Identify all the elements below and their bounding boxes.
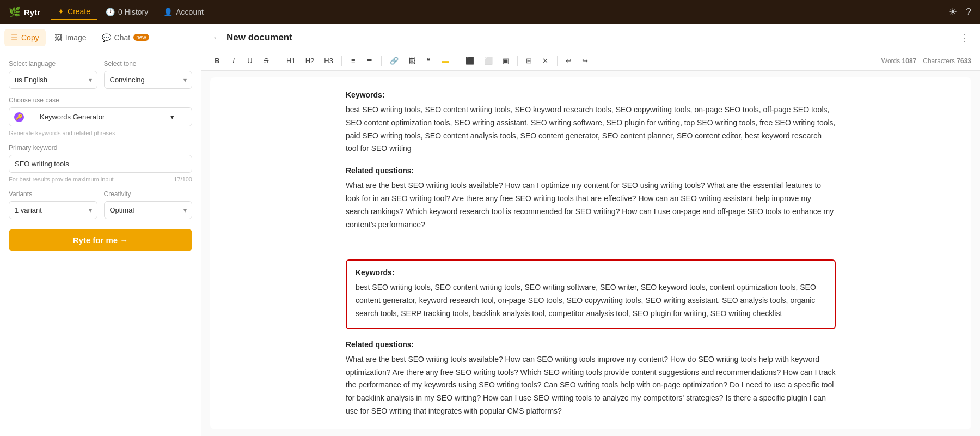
content-section-4: Related questions: What are the best SEO… [346, 340, 836, 418]
sidebar-content: Select language us English uk English Sp… [0, 51, 201, 260]
content-section-2: Related questions: What are the best SEO… [346, 166, 836, 231]
nav-item-create[interactable]: ✦ Create [51, 4, 97, 20]
use-case-label: Choose use case [9, 96, 192, 104]
language-tone-row: Select language us English uk English Sp… [9, 60, 192, 89]
variants-select[interactable]: 1 variant 2 variants 3 variants [9, 201, 97, 219]
toolbar-stats: Words 1087 Characters 7633 [881, 57, 971, 65]
help-icon[interactable]: ? [966, 7, 971, 18]
language-select-wrapper: us English uk English Spanish French ▾ [9, 71, 97, 89]
redo-button[interactable]: ↪ [578, 55, 592, 67]
primary-keyword-label: Primary keyword [9, 144, 192, 152]
align-right-button[interactable]: ▣ [499, 55, 513, 67]
keyword-meta: For best results provide maximum input 1… [9, 176, 192, 183]
nav-items: ✦ Create 🕐 0 History 👤 Account [51, 4, 948, 20]
creativity-label: Creativity [104, 190, 193, 198]
highlight-button[interactable]: ▬ [438, 55, 452, 67]
creativity-select[interactable]: Optimal Low Medium High Max [104, 201, 193, 219]
keywords-icon: 🔑 [16, 114, 22, 120]
tone-select[interactable]: Convincing Formal Casual [104, 71, 193, 89]
undo-button[interactable]: ↩ [562, 55, 576, 67]
content-section-1: Keywords: best SEO writing tools, SEO co… [346, 90, 836, 155]
chars-count: 7633 [957, 57, 971, 65]
history-icon: 🕐 [106, 8, 115, 16]
highlighted-section: Keywords: best SEO writing tools, SEO co… [346, 259, 836, 329]
h2-button[interactable]: H2 [302, 55, 318, 67]
words-count: 1087 [902, 57, 917, 65]
toolbar-separator-3 [381, 56, 382, 66]
nav-item-history[interactable]: 🕐 0 History [99, 4, 155, 20]
ryte-button[interactable]: Ryte for me → [9, 229, 192, 251]
chat-badge: new [133, 34, 149, 41]
h3-button[interactable]: H3 [320, 55, 337, 67]
section4-text: What are the best SEO writing tools avai… [346, 353, 836, 418]
toolbar-separator-5 [517, 56, 518, 66]
use-case-help: Generate keywords and related phrases [9, 130, 192, 136]
quote-button[interactable]: ❝ [421, 55, 436, 67]
create-icon: ✦ [58, 7, 64, 16]
tab-chat[interactable]: 💬 Chat new [95, 29, 156, 46]
sidebar: ☰ Copy 🖼 Image 💬 Chat new Select languag… [0, 24, 201, 436]
creativity-select-wrapper: Optimal Low Medium High Max ▾ [104, 201, 193, 219]
creativity-group: Creativity Optimal Low Medium High Max ▾ [104, 190, 193, 219]
top-navigation: 🌿 Rytr ✦ Create 🕐 0 History 👤 Account ☀ … [0, 0, 980, 24]
words-stat: Words 1087 [881, 57, 917, 65]
align-left-button[interactable]: ⬛ [462, 55, 478, 67]
primary-keyword-wrapper [9, 155, 192, 173]
clear-format-button[interactable]: ✕ [538, 55, 553, 67]
nav-item-account[interactable]: 👤 Account [157, 4, 210, 20]
numbered-list-button[interactable]: ≣ [363, 55, 377, 67]
use-case-chevron-icon: ▾ [170, 113, 174, 121]
keyword-help-text: For best results provide maximum input [9, 176, 114, 183]
bullet-list-button[interactable]: ≡ [346, 55, 360, 67]
strikethrough-button[interactable]: S [259, 55, 273, 67]
theme-icon[interactable]: ☀ [948, 6, 957, 18]
underline-button[interactable]: U [243, 55, 257, 67]
editor-toolbar: B I U S H1 H2 H3 ≡ ≣ 🔗 🖼 ❝ ▬ ⬛ ⬜ ▣ ⊞ ✕ ↩… [201, 51, 980, 71]
document-title-text: New document [226, 32, 292, 43]
toolbar-separator-2 [341, 56, 342, 66]
use-case-group: Choose use case 🔑 Keywords Generator ▾ G… [9, 96, 192, 136]
section2-label: Related questions: [346, 166, 836, 175]
image-button[interactable]: 🖼 [405, 55, 419, 67]
use-case-button[interactable]: Keywords Generator ▾ [9, 107, 192, 126]
chat-tab-icon: 💬 [102, 33, 111, 42]
section3-text: best SEO writing tools, SEO content writ… [356, 281, 826, 320]
toolbar-separator-6 [557, 56, 558, 66]
align-center-button[interactable]: ⬜ [480, 55, 497, 67]
editor-content[interactable]: Keywords: best SEO writing tools, SEO co… [210, 77, 971, 429]
variants-select-wrapper: 1 variant 2 variants 3 variants ▾ [9, 201, 97, 219]
tab-image[interactable]: 🖼 Image [48, 29, 93, 46]
language-group: Select language us English uk English Sp… [9, 60, 97, 89]
use-case-wrapper: 🔑 Keywords Generator ▾ [9, 107, 192, 126]
chat-tab-label: Chat [114, 33, 131, 42]
language-select[interactable]: us English uk English Spanish French [9, 71, 97, 89]
italic-button[interactable]: I [226, 55, 241, 67]
tab-copy[interactable]: ☰ Copy [4, 29, 46, 46]
section1-text: best SEO writing tools, SEO content writ… [346, 104, 836, 155]
section1-label: Keywords: [346, 90, 836, 99]
variants-label: Variants [9, 190, 97, 198]
tone-select-wrapper: Convincing Formal Casual ▾ [104, 71, 193, 89]
sidebar-tabs: ☰ Copy 🖼 Image 💬 Chat new [0, 24, 201, 51]
copy-tab-icon: ☰ [11, 33, 18, 42]
h1-button[interactable]: H1 [283, 55, 299, 67]
back-arrow-icon[interactable]: ← [212, 33, 221, 43]
use-case-value: Keywords Generator [40, 113, 105, 121]
logo[interactable]: 🌿 Rytr [9, 6, 40, 18]
account-label: Account [176, 8, 204, 16]
account-icon: 👤 [163, 8, 173, 16]
logo-icon: 🌿 [9, 6, 21, 18]
section2-text: What are the best SEO writing tools avai… [346, 179, 836, 231]
link-button[interactable]: 🔗 [386, 55, 402, 67]
main-layout: ☰ Copy 🖼 Image 💬 Chat new Select languag… [0, 24, 980, 436]
toolbar-separator-4 [457, 56, 457, 66]
editor-header: ← New document ⋮ [201, 24, 980, 51]
primary-keyword-group: Primary keyword For best results provide… [9, 144, 192, 183]
editor-header-right: ⋮ [959, 32, 969, 44]
tone-group: Select tone Convincing Formal Casual ▾ [104, 60, 193, 89]
more-options-icon[interactable]: ⋮ [959, 32, 969, 43]
table-button[interactable]: ⊞ [522, 55, 536, 67]
bold-button[interactable]: B [210, 55, 224, 67]
tone-label: Select tone [104, 60, 193, 68]
primary-keyword-input[interactable] [9, 155, 192, 173]
